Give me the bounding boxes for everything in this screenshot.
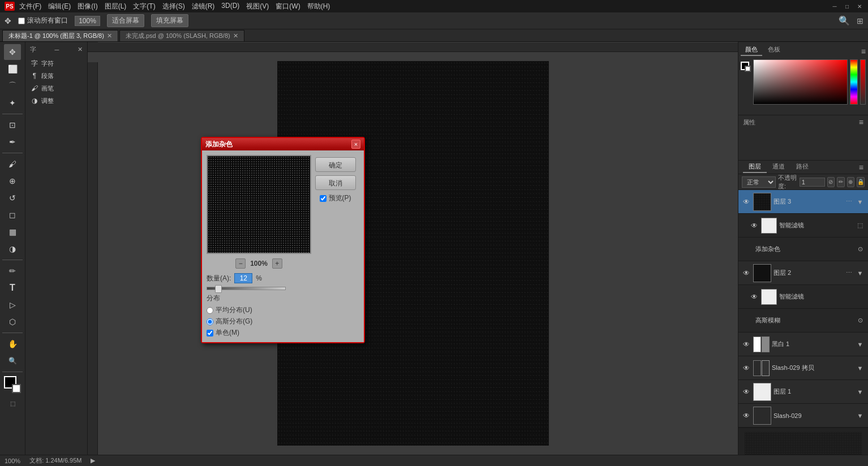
preview-checkbox[interactable]: [320, 195, 326, 202]
lock-transparent-icon[interactable]: ⊘: [827, 177, 835, 187]
lock-paint-icon[interactable]: ✏: [837, 177, 844, 187]
cancel-button[interactable]: 取消: [315, 175, 356, 190]
win-close[interactable]: ✕: [856, 2, 863, 10]
scroll-checkbox[interactable]: 滚动所有窗口: [18, 16, 68, 25]
layer-eye-layer3[interactable]: 👁: [742, 197, 751, 206]
menu-3d[interactable]: 3D(D): [221, 2, 239, 11]
char-tool-item[interactable]: 字 字符: [28, 57, 85, 70]
layer-expand-slash[interactable]: ▼: [856, 411, 865, 420]
menu-image[interactable]: 图像(I): [78, 2, 97, 11]
move-tool[interactable]: ✥: [4, 44, 21, 60]
eyedropper-tool[interactable]: ✒: [4, 134, 21, 150]
tab-swatches[interactable]: 色板: [763, 44, 785, 56]
blend-mode-select[interactable]: 正常: [742, 176, 776, 188]
eraser-tool[interactable]: ◻: [4, 207, 21, 223]
layer-expand-layer3[interactable]: ▼: [856, 197, 865, 206]
pen-tool[interactable]: ✏: [4, 263, 21, 279]
panel-collapse[interactable]: ─: [55, 46, 59, 53]
layer-row-layer1[interactable]: 👁 图层 1 ▼: [738, 380, 868, 404]
layer-row-slash[interactable]: 👁 Slash-029 ▼: [738, 404, 868, 428]
menu-layer[interactable]: 图层(L): [105, 2, 127, 11]
props-menu-icon[interactable]: ≡: [859, 118, 863, 127]
menu-help[interactable]: 帮助(H): [307, 2, 330, 11]
amount-slider[interactable]: [207, 287, 286, 290]
layer-eye-slash[interactable]: 👁: [742, 411, 751, 420]
layer-eye-layer1[interactable]: 👁: [742, 387, 751, 396]
zoom-tool[interactable]: 🔍: [4, 353, 21, 369]
win-maximize[interactable]: □: [843, 2, 851, 10]
layers-menu-icon[interactable]: ≡: [859, 163, 863, 172]
layer-row-layer3[interactable]: 👁 图层 3 ⋯ ▼: [738, 190, 868, 214]
tab-layers[interactable]: 图层: [743, 161, 767, 173]
tab-close-1[interactable]: ✕: [107, 32, 112, 40]
layer-row-blackwhite[interactable]: 👁 黑白 1 ▼: [738, 333, 868, 356]
background-color[interactable]: [12, 384, 21, 393]
tab-color[interactable]: 颜色: [741, 44, 762, 56]
layer-row-smartfilter3[interactable]: 👁 智能滤镜 ⬚: [738, 214, 868, 238]
layer-eye-smartfilter2[interactable]: 👁: [750, 292, 759, 301]
gradient-tool[interactable]: ▦: [4, 224, 21, 240]
layer-options-layer2[interactable]: ⋯: [844, 269, 853, 278]
tab-paths[interactable]: 路径: [790, 161, 814, 173]
layer-eye-slash-copy[interactable]: 👁: [742, 364, 751, 373]
text-tool[interactable]: T: [4, 280, 21, 296]
arrange-icon[interactable]: ⊞: [857, 16, 863, 25]
bg-swatch[interactable]: [745, 66, 751, 72]
layer-row-smartfilter2[interactable]: 👁 智能滤镜: [738, 285, 868, 309]
layer-expand-layer2[interactable]: ▼: [856, 269, 865, 278]
layer-filter-toggle3[interactable]: ⊙: [856, 245, 865, 254]
layer-options-layer3[interactable]: ⋯: [844, 197, 853, 206]
color-gradient[interactable]: [753, 59, 848, 105]
para-tool-item[interactable]: ¶ 段落: [28, 70, 85, 82]
crop-tool[interactable]: ⊡: [4, 117, 21, 133]
search-icon[interactable]: 🔍: [839, 15, 850, 26]
layer-row-addnoise[interactable]: 添加杂色 ⊙: [738, 238, 868, 261]
magic-wand-tool[interactable]: ✦: [4, 95, 21, 111]
menu-text[interactable]: 文字(T): [133, 2, 155, 11]
confirm-button[interactable]: 确定: [315, 157, 356, 172]
layer-row-layer2[interactable]: 👁 图层 2 ⋯ ▼: [738, 261, 868, 285]
layer-expand-slash-copy[interactable]: ▼: [856, 364, 865, 373]
history-brush-tool[interactable]: ↺: [4, 190, 21, 206]
layer-row-slash-copy[interactable]: 👁 Slash-029 拷贝 ▼: [738, 356, 868, 380]
lasso-tool[interactable]: ⌒: [4, 78, 21, 94]
amount-input[interactable]: [234, 273, 252, 283]
dodge-tool[interactable]: ◑: [4, 241, 21, 257]
win-minimize[interactable]: ─: [831, 2, 839, 10]
dialog-close-button[interactable]: ×: [351, 140, 360, 149]
gaussian-radio[interactable]: [207, 318, 213, 325]
fill-screen-button[interactable]: 填充屏幕: [151, 14, 188, 27]
tab-channels[interactable]: 通道: [767, 161, 790, 173]
menu-window[interactable]: 窗口(W): [276, 2, 300, 11]
select-rect-tool[interactable]: ⬜: [4, 61, 21, 77]
status-arrow[interactable]: ▶: [91, 457, 95, 464]
quick-mask-tool[interactable]: ⬚: [4, 395, 21, 411]
panel-menu-icon[interactable]: ≡: [861, 47, 866, 56]
zoom-out-icon[interactable]: −: [235, 258, 246, 269]
tab-document-2[interactable]: 未完成.psd @ 100% (SLASH, RGB/8) ✕: [119, 30, 244, 41]
zoom-input[interactable]: [75, 16, 100, 26]
adjust-tool-item[interactable]: ◑ 调整: [28, 94, 85, 107]
path-select-tool[interactable]: ▷: [4, 297, 21, 313]
layer-eye-blackwhite[interactable]: 👁: [742, 340, 751, 349]
menu-view[interactable]: 视图(V): [246, 2, 269, 11]
tab-document-1[interactable]: 未标题-1 @ 100% (图层 3, RGB/8) ✕: [2, 30, 118, 41]
opacity-input[interactable]: [800, 178, 825, 187]
panel-close[interactable]: ✕: [78, 46, 83, 53]
lock-move-icon[interactable]: ⊕: [847, 177, 854, 187]
uniform-radio[interactable]: [207, 307, 213, 314]
clone-tool[interactable]: ⊕: [4, 173, 21, 189]
menu-select[interactable]: 选择(S): [162, 2, 185, 11]
lock-all-icon[interactable]: 🔒: [857, 177, 865, 187]
hue-strip[interactable]: [850, 59, 858, 105]
menu-file[interactable]: 文件(F): [19, 2, 41, 11]
alpha-strip[interactable]: [860, 59, 866, 105]
hand-tool[interactable]: ✋: [4, 336, 21, 352]
fit-screen-button[interactable]: 适合屏幕: [107, 14, 144, 27]
layer-filter-toggle2[interactable]: ⊙: [856, 316, 865, 325]
layer-expand-layer1[interactable]: ▼: [856, 387, 865, 396]
monochrome-checkbox[interactable]: [207, 330, 213, 336]
layer-eye-smartfilter3[interactable]: 👁: [750, 221, 759, 230]
zoom-in-icon[interactable]: +: [272, 258, 282, 269]
menu-edit[interactable]: 编辑(E): [48, 2, 71, 11]
